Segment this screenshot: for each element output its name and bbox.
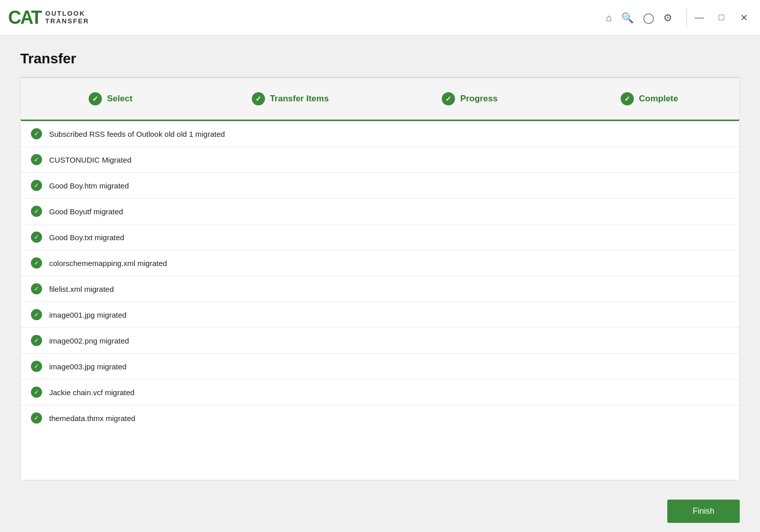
page-title: Transfer	[20, 51, 740, 67]
step-complete-label: Complete	[639, 94, 678, 104]
search-icon[interactable]: 🔍	[621, 13, 634, 23]
titlebar-divider	[687, 9, 687, 27]
main-content: Transfer ✓ Select ✓ Transfer Items ✓ Pro…	[0, 35, 760, 490]
item-text: Good Boy.txt migrated	[49, 233, 124, 242]
item-text: colorschememapping.xml migrated	[49, 259, 167, 268]
titlebar: CAT OUTLOOK TRANSFER ⌂ 🔍 ◯ ⚙ — □ ✕	[0, 0, 760, 35]
list-item: ✓themedata.thmx migrated	[21, 405, 739, 431]
checkmark-icon: ✓	[31, 180, 42, 191]
home-icon[interactable]: ⌂	[606, 13, 612, 23]
settings-icon[interactable]: ⚙	[663, 13, 672, 23]
help-icon[interactable]: ◯	[643, 13, 654, 23]
step-progress: ✓ Progress	[380, 78, 560, 120]
checkmark-icon: ✓	[31, 283, 42, 294]
step-progress-label: Progress	[460, 94, 498, 104]
list-item: ✓colorschememapping.xml migrated	[21, 250, 739, 276]
item-text: Good Boyutf migrated	[49, 207, 123, 216]
step-progress-check: ✓	[442, 92, 455, 105]
list-item: ✓image003.jpg migrated	[21, 354, 739, 379]
list-item: ✓Jackie chain.vcf migrated	[21, 379, 739, 405]
step-complete: ✓ Complete	[560, 78, 740, 120]
checkmark-icon: ✓	[31, 309, 42, 320]
logo-text: OUTLOOK TRANSFER	[45, 10, 89, 25]
footer: Finish	[0, 490, 760, 532]
titlebar-icons: ⌂ 🔍 ◯ ⚙	[606, 13, 672, 23]
step-transfer: ✓ Transfer Items	[201, 78, 381, 120]
checkmark-icon: ✓	[31, 206, 42, 217]
list-item: ✓Good Boy.txt migrated	[21, 224, 739, 250]
step-select: ✓ Select	[21, 78, 201, 120]
item-text: image001.jpg migrated	[49, 311, 127, 319]
item-text: Jackie chain.vcf migrated	[49, 388, 134, 397]
item-text: themedata.thmx migrated	[49, 414, 135, 423]
logo-line2: TRANSFER	[45, 18, 89, 25]
step-transfer-check: ✓	[252, 92, 265, 105]
close-button[interactable]: ✕	[736, 10, 752, 26]
step-complete-check: ✓	[621, 92, 634, 105]
window-controls: — □ ✕	[691, 10, 752, 26]
list-item: ✓image002.png migrated	[21, 328, 739, 354]
logo-cat: CAT	[8, 9, 41, 27]
step-select-check: ✓	[89, 92, 102, 105]
step-transfer-label: Transfer Items	[270, 94, 329, 104]
list-item: ✓Subscribed RSS feeds of Outlook old old…	[21, 121, 739, 147]
item-text: Subscribed RSS feeds of Outlook old old …	[49, 130, 225, 138]
checkmark-icon: ✓	[31, 257, 42, 269]
checkmark-icon: ✓	[31, 387, 42, 398]
item-text: image002.png migrated	[49, 336, 129, 345]
items-container: ✓Subscribed RSS feeds of Outlook old old…	[20, 121, 740, 480]
checkmark-icon: ✓	[31, 232, 42, 243]
checkmark-icon: ✓	[31, 361, 42, 372]
item-text: filelist.xml migrated	[49, 285, 114, 293]
maximize-button[interactable]: □	[713, 10, 730, 26]
item-text: image003.jpg migrated	[49, 362, 127, 371]
item-text: CUSTONUDIC Migrated	[49, 156, 131, 164]
step-select-label: Select	[107, 94, 132, 104]
checkmark-icon: ✓	[31, 154, 42, 165]
checkmark-icon: ✓	[31, 128, 42, 139]
list-item: ✓filelist.xml migrated	[21, 276, 739, 302]
checkmark-icon: ✓	[31, 412, 42, 424]
logo: CAT OUTLOOK TRANSFER	[8, 9, 89, 27]
list-item: ✓image001.jpg migrated	[21, 302, 739, 328]
minimize-button[interactable]: —	[691, 10, 707, 26]
list-item: ✓Good Boy.htm migrated	[21, 173, 739, 199]
list-item: ✓CUSTONUDIC Migrated	[21, 147, 739, 173]
checkmark-icon: ✓	[31, 335, 42, 346]
item-text: Good Boy.htm migrated	[49, 181, 129, 190]
logo-line1: OUTLOOK	[45, 10, 89, 17]
steps-bar: ✓ Select ✓ Transfer Items ✓ Progress ✓ C…	[20, 78, 740, 121]
list-item: ✓Good Boyutf migrated	[21, 199, 739, 224]
finish-button[interactable]: Finish	[667, 500, 740, 523]
